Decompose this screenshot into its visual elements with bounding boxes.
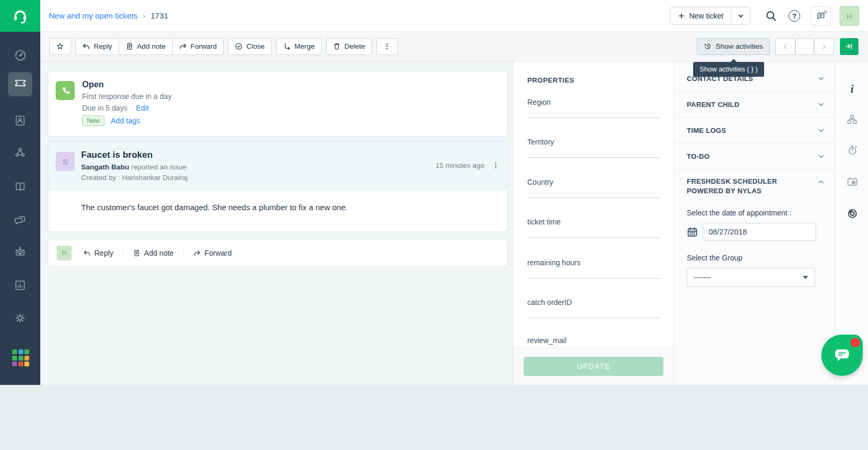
- kebab-icon: [492, 161, 500, 169]
- user-avatar[interactable]: H: [839, 6, 860, 26]
- star-button[interactable]: [49, 38, 71, 55]
- new-ticket-dropdown-button[interactable]: [731, 7, 750, 24]
- sidebar-item-settings[interactable]: [0, 309, 40, 330]
- ticket-created-by: Created by : Harishankar Durairaj: [81, 174, 188, 182]
- info-icon: i: [851, 83, 854, 95]
- forward-icon: [179, 42, 187, 50]
- search-button[interactable]: [765, 10, 777, 22]
- rail-item-time-logs[interactable]: [836, 140, 868, 159]
- resolution-due: Due in 5 days Edit: [82, 104, 172, 112]
- reply-button[interactable]: Reply: [75, 38, 119, 55]
- chat-widget-button[interactable]: [821, 335, 863, 376]
- note-icon: [126, 42, 134, 50]
- app-window: New and my open tickets › 1731 New ticke…: [0, 0, 868, 385]
- sidebar-item-contacts[interactable]: [0, 111, 40, 132]
- edit-due-link[interactable]: Edit: [136, 104, 149, 112]
- property-field-catch-orderid[interactable]: catch orderID: [527, 298, 661, 318]
- message-menu-button[interactable]: [492, 161, 500, 169]
- rail-item-info[interactable]: i: [836, 79, 868, 98]
- reply-icon: [83, 249, 91, 257]
- forward-button[interactable]: Forward: [172, 38, 224, 55]
- delete-button[interactable]: Delete: [326, 38, 372, 55]
- chevron-down-icon: [737, 12, 745, 20]
- requester-avatar[interactable]: S: [56, 152, 75, 171]
- notification-dot: [823, 10, 827, 14]
- section-to-do[interactable]: TO-DO: [674, 143, 835, 169]
- breadcrumb-separator-icon: ›: [143, 12, 146, 20]
- next-ticket-button[interactable]: [814, 38, 834, 55]
- reply-bar-reply-button[interactable]: Reply: [83, 249, 113, 257]
- section-parent-child[interactable]: PARENT CHILD: [674, 92, 835, 118]
- sidebar-item-analytics[interactable]: [0, 276, 40, 297]
- whats-new-button[interactable]: [811, 6, 831, 25]
- message-body: The customer's faucet got damaged. She n…: [48, 190, 507, 212]
- appointment-date-input[interactable]: [703, 223, 816, 241]
- show-activities-button[interactable]: Show activities: [697, 38, 769, 55]
- more-actions-button[interactable]: [376, 38, 398, 55]
- bot-icon: [14, 246, 26, 260]
- sidebar-item-dashboard[interactable]: [0, 46, 40, 67]
- scheduler-section: FRESHDESK SCHEDULER POWERED BY NYLAS Sel…: [674, 169, 835, 287]
- note-icon: [133, 249, 140, 257]
- chat-bubble-icon: [833, 348, 851, 363]
- rail-item-parent-child[interactable]: [836, 110, 868, 129]
- breadcrumb-ticket-id: 1731: [150, 11, 168, 20]
- properties-panel: PROPERTIES Region Territory Country tick…: [513, 61, 674, 385]
- sidebar-item-solutions[interactable]: [0, 177, 40, 199]
- property-field-region[interactable]: Region: [527, 98, 661, 118]
- properties-title: PROPERTIES: [527, 76, 574, 84]
- add-note-button[interactable]: Add note: [119, 38, 173, 55]
- scheduler-device-icon: [847, 176, 858, 187]
- collapse-panel-button[interactable]: [840, 38, 858, 55]
- scheduler-header[interactable]: FRESHDESK SCHEDULER POWERED BY NYLAS: [687, 177, 825, 196]
- add-tags-link[interactable]: Add tags: [111, 116, 140, 125]
- ticket-message-header: S Faucet is broken Sangath Babu reported…: [48, 142, 507, 190]
- update-button[interactable]: UPDATE: [524, 357, 663, 376]
- property-field-review-mail[interactable]: review_mail: [527, 336, 661, 345]
- headset-icon: [11, 6, 29, 26]
- breadcrumb-parent-link[interactable]: New and my open tickets: [49, 11, 138, 20]
- forward-icon: [193, 249, 201, 257]
- reply-bar: H Reply Add note Forward: [48, 239, 508, 267]
- ticket-subject: Faucet is broken: [81, 150, 188, 160]
- apps-grid-icon[interactable]: [12, 349, 29, 366]
- clock-history-icon: [704, 42, 712, 50]
- section-time-logs[interactable]: TIME LOGS: [674, 118, 835, 143]
- sidebar-item-tickets[interactable]: [8, 72, 32, 96]
- freshdesk-logo[interactable]: [0, 0, 40, 32]
- stopwatch-icon: [847, 145, 858, 156]
- ticket-status: Open: [82, 80, 172, 89]
- sidebar-item-bots[interactable]: [0, 242, 40, 264]
- breadcrumb: New and my open tickets › 1731: [49, 11, 169, 20]
- property-field-territory[interactable]: Territory: [527, 138, 661, 158]
- book-icon: [14, 181, 26, 195]
- plus-icon: [678, 12, 685, 20]
- help-button[interactable]: ?: [789, 10, 800, 22]
- group-label: Select the Group: [687, 254, 825, 262]
- previous-ticket-button[interactable]: [775, 38, 795, 55]
- reply-bar-forward-button[interactable]: Forward: [193, 249, 232, 257]
- close-button[interactable]: Close: [228, 38, 272, 55]
- requester-name[interactable]: Sangath Babu: [81, 163, 129, 171]
- new-ticket-button[interactable]: New ticket: [670, 7, 731, 24]
- phone-channel-icon: [56, 81, 75, 100]
- rail-item-todo[interactable]: [836, 172, 868, 191]
- sidebar-item-social[interactable]: [0, 143, 40, 164]
- collapse-panel-icon: [845, 42, 854, 51]
- tickets-icon: [14, 77, 27, 92]
- rail-item-nylas-app[interactable]: [836, 204, 868, 223]
- chevron-down-icon: [818, 101, 825, 108]
- property-field-ticket-time[interactable]: ticket time: [527, 218, 661, 238]
- divider: [123, 248, 123, 258]
- group-select[interactable]: -------: [687, 268, 815, 287]
- trash-icon: [333, 42, 341, 50]
- merge-button[interactable]: Merge: [276, 38, 322, 55]
- group-select-value: -------: [694, 273, 711, 282]
- property-field-country[interactable]: Country: [527, 178, 661, 198]
- ticket-position-button[interactable]: ...: [795, 38, 814, 55]
- sidebar-item-forums[interactable]: [0, 211, 40, 232]
- message-timestamp: 15 minutes ago: [436, 161, 484, 169]
- ticket-reporter-line: Sangath Babu reported an issue: [81, 163, 188, 171]
- reply-bar-add-note-button[interactable]: Add note: [133, 249, 174, 257]
- property-field-remaining-hours[interactable]: remaining hours: [527, 258, 661, 278]
